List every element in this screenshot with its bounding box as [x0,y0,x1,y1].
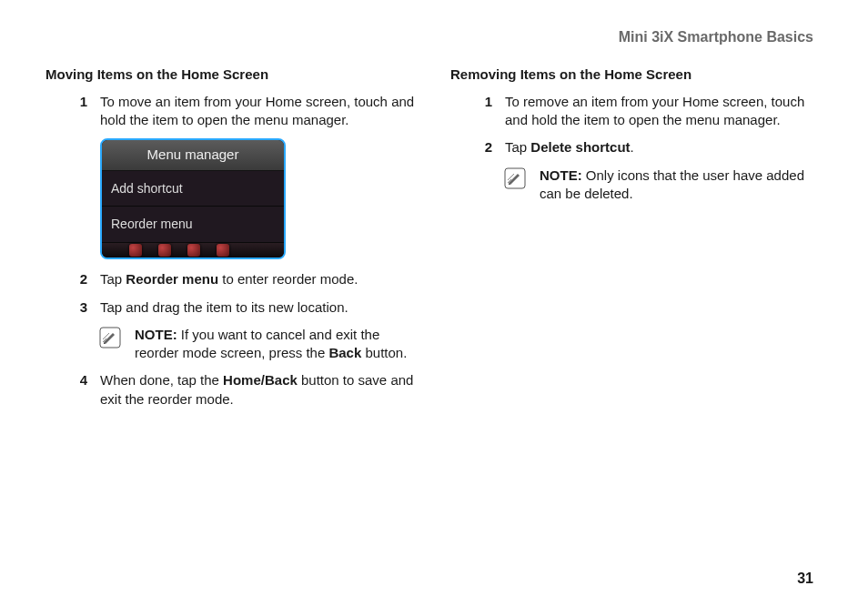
step: 4 When done, tap the Home/Back button to… [64,371,418,409]
screenshot-menu-item: Reorder menu [102,207,284,243]
section-header: Mini 3iX Smartphone Basics [45,27,813,47]
screenshot-app-icon [158,244,171,257]
text: When done, tap the [100,372,223,388]
note-block: NOTE: Only icons that the user have adde… [503,167,823,204]
step-body: Tap and drag the item to its new locatio… [100,298,418,317]
pencil-note-icon [503,167,527,190]
text: Tap [505,139,530,155]
note-label: NOTE: [540,167,582,183]
right-steps: 1 To remove an item from your Home scree… [469,93,823,157]
manual-page: Mini 3iX Smartphone Basics Moving Items … [0,0,868,616]
right-title: Removing Items on the Home Screen [450,66,823,84]
text: . [631,139,634,155]
menu-manager-screenshot: Menu manager Add shortcut Reorder menu [100,138,286,259]
note-text: NOTE: If you want to cancel and exit the… [135,326,418,363]
screenshot-app-icon [129,244,142,257]
step-number: 4 [64,371,100,409]
step-number: 2 [64,270,100,288]
left-steps-cont2: 4 When done, tap the Home/Back button to… [64,371,418,409]
screenshot-app-icon [187,244,200,257]
step-body: Tap Delete shortcut. [505,138,823,157]
step-body: Tap Reorder menu to enter reorder mode. [100,270,418,288]
left-steps: 1 To move an item from your Home screen,… [64,93,418,130]
two-column-layout: Moving Items on the Home Screen 1 To mov… [45,66,823,418]
step-number: 1 [64,93,100,130]
step-number: 3 [64,298,100,317]
step: 3 Tap and drag the item to its new locat… [64,298,418,317]
screenshot-title: Menu manager [102,140,284,170]
step: 1 To remove an item from your Home scree… [469,93,823,130]
note-label: NOTE: [135,327,177,342]
note-block: NOTE: If you want to cancel and exit the… [98,326,418,363]
left-steps-cont: 2 Tap Reorder menu to enter reorder mode… [64,270,418,317]
pencil-note-icon [98,326,122,349]
step: 2 Tap Delete shortcut. [469,138,823,157]
left-column: Moving Items on the Home Screen 1 To mov… [45,66,418,418]
step-body: To move an item from your Home screen, t… [100,93,418,130]
step: 1 To move an item from your Home screen,… [64,93,418,130]
note-text: NOTE: Only icons that the user have adde… [540,167,823,204]
step-body: To remove an item from your Home screen,… [505,93,823,130]
step: 2 Tap Reorder menu to enter reorder mode… [64,270,418,288]
bold-text: Delete shortcut [530,139,630,155]
left-title: Moving Items on the Home Screen [45,66,418,84]
page-number: 31 [797,569,813,589]
step-body: When done, tap the Home/Back button to s… [100,371,418,409]
text: to enter reorder mode. [218,271,358,287]
step-number: 2 [469,138,505,157]
screenshot-icons [102,243,284,258]
text: Tap [100,271,126,287]
screenshot-app-icon [217,244,229,257]
bold-text: Reorder menu [126,271,218,287]
bold-text: Back [328,345,361,360]
screenshot-menu-item: Add shortcut [102,171,284,207]
step-number: 1 [469,93,505,130]
right-column: Removing Items on the Home Screen 1 To r… [450,66,823,418]
bold-text: Home/Back [223,372,298,388]
text: button. [361,345,407,360]
